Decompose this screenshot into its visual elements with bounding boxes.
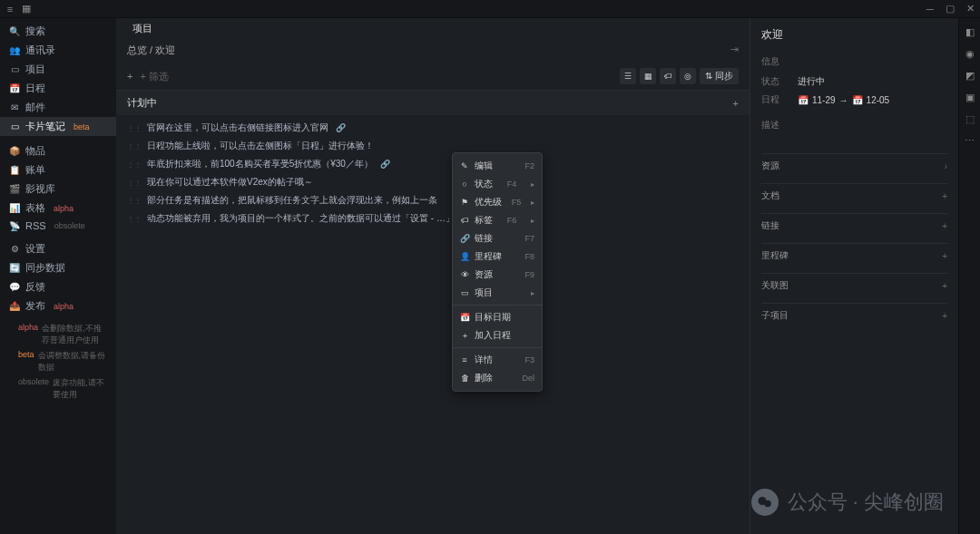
task-text: 日程功能上线啦，可以点击左侧图标「日程」进行体验！ xyxy=(147,140,374,152)
menu-status[interactable]: ○状态F4▸ xyxy=(453,175,542,193)
resource-icon: 👁 xyxy=(460,270,469,279)
detail-desc-label: 描述 xyxy=(761,115,947,135)
details-icon: ≡ xyxy=(460,355,469,364)
beta-badge: beta xyxy=(71,122,93,131)
detail-section-subproject[interactable]: 子项目+ xyxy=(761,303,947,327)
sidebar-item-video[interactable]: 🎬影视库 xyxy=(0,180,116,199)
section-title: 计划中 xyxy=(127,96,157,110)
task-text: 现在你可以通过本软件做V2ex的帖子哦～ xyxy=(147,176,313,189)
drag-handle-icon[interactable]: ⋮⋮ xyxy=(127,160,142,169)
detail-section-docs[interactable]: 文档+ xyxy=(761,183,947,208)
menu-priority[interactable]: ⚑优先级F5▸ xyxy=(453,193,542,211)
task-row[interactable]: ⋮⋮官网在这里，可以点击右侧链接图标进入官网🔗 xyxy=(127,119,739,137)
sidebar-item-card-notes[interactable]: ▭卡片笔记beta xyxy=(0,117,116,136)
drag-handle-icon[interactable]: ⋮⋮ xyxy=(127,124,142,132)
task-row[interactable]: ⋮⋮年底折扣来啦，前100名购买者享受5折优惠（¥30／年）🔗 xyxy=(127,155,739,173)
sidebar-item-rss[interactable]: 📡RSSobsolete xyxy=(0,218,116,234)
mb-icon-3[interactable]: ◩ xyxy=(964,69,976,82)
menu-resource[interactable]: 👁资源F9 xyxy=(453,266,542,284)
detail-section-resource[interactable]: 资源› xyxy=(761,153,947,178)
sidebar-item-mail[interactable]: ✉邮件 xyxy=(0,98,116,117)
sidebar-item-feedback[interactable]: 💬反馈 xyxy=(0,277,116,296)
detail-section-links[interactable]: 链接+ xyxy=(761,213,947,238)
drag-handle-icon[interactable]: ⋮⋮ xyxy=(127,142,142,150)
mb-icon-2[interactable]: ◉ xyxy=(964,47,976,60)
task-row[interactable]: ⋮⋮动态功能被弃用，我为项目的一个样式了。之前的数据可以通过「设置 - …」来转… xyxy=(127,209,739,228)
video-icon: 🎬 xyxy=(9,184,20,194)
breadcrumb: 总览 / 欢迎 ⇥ xyxy=(116,38,750,63)
drag-handle-icon[interactable]: ⋮⋮ xyxy=(127,197,142,205)
detail-section-graph[interactable]: 关联图+ xyxy=(761,273,947,297)
sync-icon: 🔄 xyxy=(9,263,20,273)
menu-add-schedule[interactable]: ＋加入日程 xyxy=(453,326,542,345)
breadcrumb-current[interactable]: 欢迎 xyxy=(155,44,175,55)
sidebar-item-project[interactable]: ▭项目 xyxy=(0,60,116,79)
sidebar-item-label: 项目 xyxy=(25,63,45,76)
menu-link[interactable]: 🔗链接F7 xyxy=(453,229,542,248)
project-icon: ▭ xyxy=(460,288,469,297)
menu-tags[interactable]: 🏷标签F6▸ xyxy=(453,211,542,229)
sidebar-item-ledger[interactable]: 📋账单 xyxy=(0,160,116,180)
mb-icon-1[interactable]: ◧ xyxy=(964,25,976,38)
mb-icon-4[interactable]: ▣ xyxy=(964,91,976,103)
sidebar-item-label: 发布 xyxy=(25,299,45,313)
box-icon: 📦 xyxy=(9,146,20,156)
sidebar-item-calendar[interactable]: 📅日程 xyxy=(0,79,116,98)
detail-title: 欢迎 xyxy=(761,27,947,50)
sidebar-item-chart[interactable]: 📊表格alpha xyxy=(0,199,116,218)
hamburger-icon[interactable]: ≡ xyxy=(5,5,15,14)
mb-icon-5[interactable]: ⬚ xyxy=(964,112,976,125)
sidebar-item-settings[interactable]: ⚙设置 xyxy=(0,239,116,258)
add-task-icon[interactable]: + xyxy=(733,98,739,109)
sync-button[interactable]: ⇅ 同步 xyxy=(700,68,739,84)
collapse-panel-icon[interactable]: ⇥ xyxy=(730,44,739,57)
task-list: ⋮⋮官网在这里，可以点击右侧链接图标进入官网🔗 ⋮⋮日程功能上线啦，可以点击左侧… xyxy=(116,115,750,231)
plus-icon: + xyxy=(942,221,947,231)
card-icon: ▭ xyxy=(9,121,20,131)
menu-milestone[interactable]: 👤里程碑F8 xyxy=(453,248,542,266)
sidebar-item-search[interactable]: 🔍搜索 xyxy=(0,22,116,41)
menu-edit[interactable]: ✎编辑F2 xyxy=(453,157,542,175)
drag-handle-icon[interactable]: ⋮⋮ xyxy=(127,179,142,187)
chevron-right-icon: ▸ xyxy=(531,217,534,225)
link-icon[interactable]: 🔗 xyxy=(380,160,390,169)
menu-project[interactable]: ▭项目▸ xyxy=(453,284,542,302)
sidebar-note: beta会调整数据,请备份数据 xyxy=(0,348,116,375)
calendar-icon: 📅 xyxy=(798,95,808,105)
sidebar-item-items[interactable]: 📦物品 xyxy=(0,141,116,160)
menu-target-date[interactable]: 📅目标日期 xyxy=(453,308,542,326)
detail-section-milestone[interactable]: 里程碑+ xyxy=(761,243,947,267)
sidebar-item-contacts[interactable]: 👥通讯录 xyxy=(0,41,116,60)
section-header[interactable]: 计划中 + xyxy=(116,91,750,115)
view-tag-icon[interactable]: 🏷 xyxy=(660,68,676,84)
filter-button[interactable]: + 筛选 xyxy=(140,70,168,83)
menu-details[interactable]: ≡详情F3 xyxy=(453,351,542,369)
view-grid-icon[interactable]: ▦ xyxy=(640,68,656,84)
sidebar-item-publish[interactable]: 📤发布alpha xyxy=(0,296,116,316)
close-icon[interactable]: ✕ xyxy=(965,5,975,14)
tab-project[interactable]: 项目 xyxy=(125,20,160,37)
chart-icon: 📊 xyxy=(9,203,20,213)
menu-separator xyxy=(453,305,542,306)
task-row[interactable]: ⋮⋮部分任务是有描述的，把鼠标移到任务文字上就会浮现出来，例如上一条 xyxy=(127,191,739,209)
view-target-icon[interactable]: ◎ xyxy=(680,68,696,84)
detail-info-label: 信息 xyxy=(761,52,947,72)
plus-icon: + xyxy=(942,251,947,261)
publish-icon: 📤 xyxy=(9,301,20,311)
date-to: 12-05 xyxy=(867,95,890,105)
breadcrumb-root[interactable]: 总览 xyxy=(127,44,147,55)
detail-status-row[interactable]: 状态 进行中 xyxy=(761,73,947,90)
menu-delete[interactable]: 🗑删除Del xyxy=(453,369,542,387)
task-row[interactable]: ⋮⋮现在你可以通过本软件做V2ex的帖子哦～ xyxy=(127,173,739,191)
task-row[interactable]: ⋮⋮日程功能上线啦，可以点击左侧图标「日程」进行体验！ xyxy=(127,137,739,155)
mb-icon-6[interactable]: ⋯ xyxy=(964,134,976,147)
maximize-icon[interactable]: ▢ xyxy=(946,5,955,14)
link-icon[interactable]: 🔗 xyxy=(336,123,346,132)
view-list-icon[interactable]: ☰ xyxy=(620,68,636,84)
sidebar-item-sync[interactable]: 🔄同步数据 xyxy=(0,258,116,277)
app-icon[interactable]: ▦ xyxy=(22,5,31,14)
add-button[interactable]: + xyxy=(127,71,132,82)
minimize-icon[interactable]: ─ xyxy=(926,5,935,14)
detail-date-row[interactable]: 日程 📅 11-29 → 📅 12-05 xyxy=(761,92,947,108)
drag-handle-icon[interactable]: ⋮⋮ xyxy=(127,215,142,223)
